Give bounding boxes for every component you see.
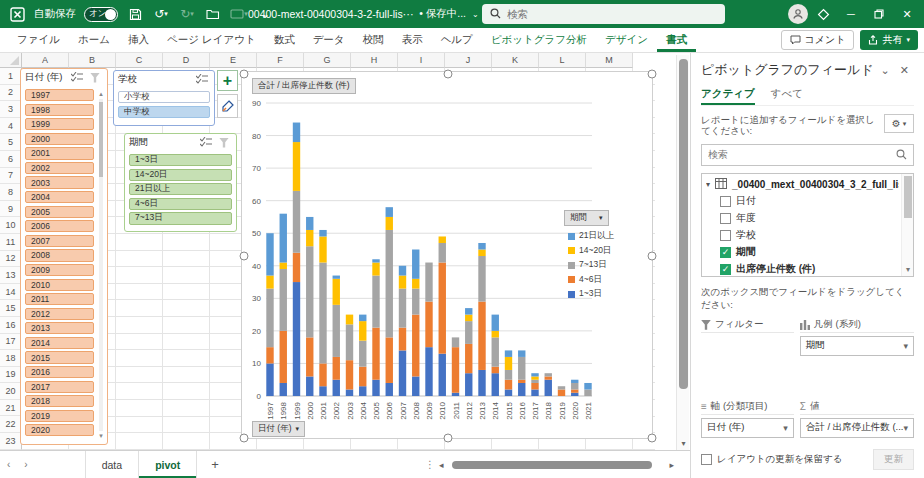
- bar-1997-4~6日[interactable]: [266, 347, 273, 363]
- close-button[interactable]: ✕: [894, 1, 920, 27]
- legend-series-area[interactable]: 凡例 (系列) 期間▾: [800, 318, 914, 394]
- clear-filter-icon[interactable]: [87, 71, 103, 84]
- splitter-icon[interactable]: ⋮: [425, 459, 435, 470]
- column-header-D[interactable]: D: [163, 53, 210, 68]
- chart-elements-plus-button[interactable]: +: [217, 70, 238, 91]
- bar-2011-7~13日[interactable]: [452, 337, 459, 347]
- row-header-3[interactable]: 3: [0, 101, 22, 118]
- bar-1999-1~3日[interactable]: [293, 282, 300, 396]
- bar-1997-7~13日[interactable]: [266, 289, 273, 348]
- bar-1997-1~3日[interactable]: [266, 363, 273, 396]
- chart-selection-handle-7[interactable]: [648, 434, 656, 442]
- values-field-button[interactable]: 合計 / 出席停止件数 (件): [252, 78, 356, 94]
- axis-field-button[interactable]: 日付 (年)▾: [252, 421, 305, 437]
- row-header-4[interactable]: 4: [0, 118, 22, 135]
- clear-filter-icon[interactable]: [216, 136, 232, 149]
- bar-2014-4~6日[interactable]: [492, 367, 499, 374]
- field-row-年度[interactable]: 年度: [706, 210, 899, 227]
- bar-2007-4~6日[interactable]: [399, 328, 406, 351]
- field-table-row[interactable]: ▾_00400_mext_00400304_3_2_full_list: [706, 176, 899, 193]
- bar-2013-21日以上[interactable]: [478, 243, 485, 250]
- field-checkbox-期間[interactable]: ✓: [720, 247, 731, 258]
- row-header-5[interactable]: 5: [0, 134, 22, 151]
- bar-2018-1~3日[interactable]: [545, 380, 552, 396]
- bar-2012-14~20日[interactable]: [465, 315, 472, 322]
- account-avatar[interactable]: [788, 4, 808, 24]
- chart-selection-handle-2[interactable]: [648, 70, 656, 78]
- column-header-J[interactable]: J: [445, 53, 492, 68]
- bar-2000-7~13日[interactable]: [306, 246, 313, 337]
- bar-2003-7~13日[interactable]: [346, 324, 353, 360]
- column-header-B[interactable]: B: [69, 53, 116, 68]
- slicer-item-2015[interactable]: 2015: [25, 351, 94, 363]
- collapse-icon[interactable]: ▾: [706, 180, 710, 189]
- bar-2017-21日以上[interactable]: [531, 373, 538, 376]
- bar-2004-4~6日[interactable]: [359, 367, 366, 387]
- bar-1998-21日以上[interactable]: [280, 214, 287, 263]
- scroll-down-icon[interactable]: ▾: [902, 264, 914, 276]
- slicer-item-2014[interactable]: 2014: [25, 337, 94, 349]
- slicer-item-21日以上[interactable]: 21日以上: [129, 183, 232, 195]
- bar-2019-4~6日[interactable]: [558, 389, 565, 396]
- legend-field-button[interactable]: 期間▾: [564, 210, 609, 226]
- bar-2001-1~3日[interactable]: [319, 386, 326, 396]
- bar-2021-7~13日[interactable]: [584, 389, 591, 396]
- legend-item-14~20日[interactable]: 14~20日: [568, 244, 614, 259]
- slicer-item-2002[interactable]: 2002: [25, 162, 94, 174]
- slicer-item-小学校[interactable]: 小学校: [118, 91, 210, 103]
- bar-1998-7~13日[interactable]: [280, 269, 287, 331]
- slicer-item-2009[interactable]: 2009: [25, 264, 94, 276]
- bar-2007-1~3日[interactable]: [399, 350, 406, 396]
- scroll-track[interactable]: [448, 460, 666, 470]
- bar-2010-14~20日[interactable]: [439, 236, 446, 243]
- slicer-item-1999[interactable]: 1999: [25, 118, 94, 130]
- slicer-item-2019[interactable]: 2019: [25, 410, 94, 422]
- bar-2016-21日以上[interactable]: [518, 350, 525, 357]
- field-row-出席停止件数 (件)[interactable]: ✓出席停止件数 (件): [706, 261, 899, 277]
- bar-2002-14~20日[interactable]: [333, 279, 340, 305]
- bar-2005-7~13日[interactable]: [372, 276, 379, 328]
- bar-2017-7~13日[interactable]: [531, 380, 538, 383]
- maximize-button[interactable]: [866, 1, 892, 27]
- share-button[interactable]: 共有 ▾: [860, 30, 918, 50]
- slicer-item-2004[interactable]: 2004: [25, 191, 94, 203]
- bar-2017-14~20日[interactable]: [531, 376, 538, 379]
- column-header-L[interactable]: L: [539, 53, 586, 68]
- slicer-item-4~6日[interactable]: 4~6日: [129, 198, 232, 210]
- slicer-item-2016[interactable]: 2016: [25, 366, 94, 378]
- bar-2015-21日以上[interactable]: [505, 350, 512, 357]
- field-list-scrollbar[interactable]: ▾: [901, 174, 913, 276]
- pane-close-icon[interactable]: ✕: [895, 64, 914, 77]
- slicer-item-2013[interactable]: 2013: [25, 322, 94, 334]
- slicer-item-1998[interactable]: 1998: [25, 104, 94, 116]
- row-header-15[interactable]: 15: [0, 300, 22, 317]
- bar-2015-4~6日[interactable]: [505, 380, 512, 390]
- bar-2019-7~13日[interactable]: [558, 386, 565, 389]
- bar-2012-1~3日[interactable]: [465, 373, 472, 396]
- slicer-item-14~20日[interactable]: 14~20日: [129, 169, 232, 181]
- present-icon[interactable]: ▾: [230, 5, 248, 23]
- sheet-tab-pivot[interactable]: pivot: [139, 451, 197, 478]
- bar-2001-7~13日[interactable]: [319, 263, 326, 364]
- bar-2021-21日以上[interactable]: [584, 383, 591, 390]
- bar-2020-1~3日[interactable]: [571, 393, 578, 396]
- bar-2005-14~20日[interactable]: [372, 263, 379, 276]
- ribbon-tab-デザイン[interactable]: デザイン: [596, 28, 657, 52]
- save-icon[interactable]: [126, 5, 144, 23]
- slicer-item-中学校[interactable]: 中学校: [118, 106, 210, 118]
- row-header-1[interactable]: 1: [0, 68, 22, 85]
- bar-2006-21日以上[interactable]: [386, 207, 393, 217]
- slicer-item-7~13日[interactable]: 7~13日: [129, 212, 232, 224]
- legend-item-21日以上[interactable]: 21日以上: [568, 229, 614, 244]
- chart-selection-handle-0[interactable]: [240, 70, 248, 78]
- slicer-item-2003[interactable]: 2003: [25, 176, 94, 188]
- pane-collapse-icon[interactable]: ⌄: [876, 64, 895, 77]
- bar-2007-21日以上[interactable]: [399, 266, 406, 276]
- bar-2001-14~20日[interactable]: [319, 236, 326, 262]
- bar-2012-4~6日[interactable]: [465, 344, 472, 373]
- bar-2014-1~3日[interactable]: [492, 373, 499, 396]
- slicer-item-2018[interactable]: 2018: [25, 395, 94, 407]
- row-header-16[interactable]: 16: [0, 317, 22, 334]
- bar-2000-1~3日[interactable]: [306, 376, 313, 396]
- row-header-20[interactable]: 20: [0, 383, 22, 400]
